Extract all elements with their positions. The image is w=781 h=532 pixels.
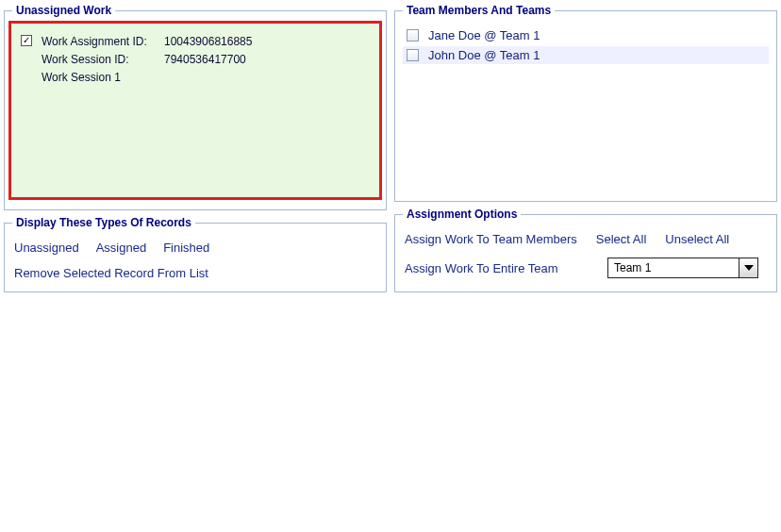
member-label: John Doe @ Team 1 (428, 48, 540, 62)
member-checkbox[interactable] (407, 29, 419, 42)
work-item-text: Work Assignment ID: 10043906816885 Work … (42, 33, 296, 88)
assign-to-team-link[interactable]: Assign Work To Entire Team (405, 261, 589, 275)
assignment-options-group: Assignment Options Assign Work To Team M… (394, 208, 777, 292)
work-session-id-label: Work Session ID: (42, 51, 164, 69)
remove-selected-link[interactable]: Remove Selected Record From List (14, 266, 208, 280)
list-item[interactable]: John Doe @ Team 1 (403, 46, 769, 64)
team-select-button[interactable] (739, 258, 757, 277)
work-item-checkbox[interactable]: ✓ (21, 35, 32, 46)
team-members-list: Jane Doe @ Team 1 John Doe @ Team 1 (403, 26, 769, 64)
filter-finished-link[interactable]: Finished (163, 241, 209, 255)
assign-to-members-link[interactable]: Assign Work To Team Members (405, 232, 577, 246)
team-select[interactable]: Team 1 (607, 258, 758, 278)
member-label: Jane Doe @ Team 1 (428, 28, 540, 42)
assignment-options-legend: Assignment Options (403, 208, 521, 221)
team-select-value: Team 1 (608, 258, 739, 277)
team-members-group: Team Members And Teams Jane Doe @ Team 1… (394, 4, 777, 202)
unassigned-work-group: Unassigned Work ✓ Work Assignment ID: 10… (4, 4, 387, 210)
chevron-down-icon (744, 265, 754, 271)
unselect-all-link[interactable]: Unselect All (665, 232, 729, 246)
unassigned-work-legend: Unassigned Work (12, 4, 115, 17)
member-checkbox[interactable] (407, 49, 419, 61)
team-members-legend: Team Members And Teams (403, 4, 555, 17)
select-all-link[interactable]: Select All (596, 232, 646, 246)
filter-assigned-link[interactable]: Assigned (96, 241, 146, 255)
work-assignment-id-label: Work Assignment ID: (42, 33, 164, 51)
work-session-name: Work Session 1 (42, 69, 121, 87)
work-session-id-value: 7940536417700 (164, 51, 296, 69)
work-item-card[interactable]: ✓ Work Assignment ID: 10043906816885 Wor… (8, 21, 382, 200)
filter-unassigned-link[interactable]: Unassigned (14, 241, 79, 255)
display-records-group: Display These Types Of Records Unassigne… (4, 216, 387, 292)
work-assignment-id-value: 10043906816885 (164, 33, 296, 51)
display-records-legend: Display These Types Of Records (12, 216, 195, 229)
list-item[interactable]: Jane Doe @ Team 1 (403, 26, 769, 44)
check-icon: ✓ (23, 36, 30, 45)
